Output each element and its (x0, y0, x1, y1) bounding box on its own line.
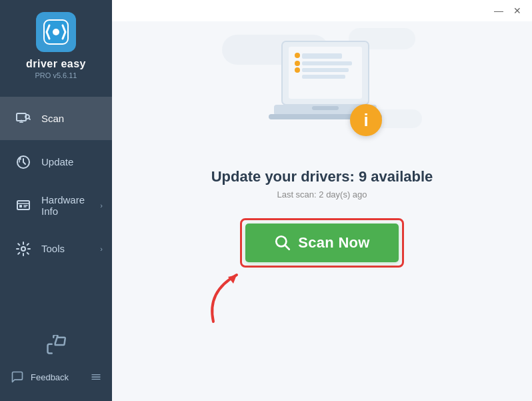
svg-rect-10 (19, 205, 22, 208)
scan-now-label: Scan Now (298, 234, 370, 252)
update-nav-icon (13, 152, 33, 172)
main-headline: Update your drivers: 9 available (211, 168, 433, 185)
svg-point-23 (295, 53, 300, 58)
feedback-icon (11, 370, 24, 384)
scan-button-border: Scan Now (240, 218, 404, 268)
title-bar: — ✕ (112, 0, 532, 21)
sidebar-item-scan-label: Scan (41, 113, 64, 124)
svg-rect-20 (302, 61, 352, 65)
svg-rect-22 (302, 75, 345, 79)
svg-point-24 (295, 61, 300, 66)
scan-now-button[interactable]: Scan Now (245, 224, 399, 262)
illustration-area: i (209, 21, 435, 155)
red-arrow (200, 258, 260, 328)
logo-svg (43, 19, 69, 45)
sidebar-item-tools[interactable]: Tools › (0, 227, 112, 270)
svg-rect-4 (19, 121, 23, 123)
svg-line-6 (29, 118, 30, 119)
tools-chevron-icon: › (100, 245, 103, 253)
close-button[interactable]: ✕ (508, 1, 527, 20)
main-content: i Update your drivers: 9 available Last … (112, 0, 532, 401)
app-name: driver easy (26, 57, 86, 70)
svg-point-25 (295, 67, 300, 73)
sidebar-item-update[interactable]: Update (0, 140, 112, 183)
svg-rect-21 (302, 68, 349, 72)
sidebar: driver easy PRO v5.6.11 Scan (0, 0, 112, 401)
svg-rect-19 (302, 53, 342, 59)
scan-button-wrapper: Scan Now (240, 218, 404, 268)
sidebar-item-scan[interactable]: Scan (0, 97, 112, 140)
hardware-info-chevron-icon: › (100, 202, 103, 210)
main-subheadline: Last scan: 2 day(s) ago (277, 189, 367, 199)
scan-nav-icon (13, 109, 33, 129)
hardware-info-nav-icon (13, 195, 33, 216)
thumbs-up-icon[interactable] (43, 332, 69, 358)
sidebar-item-tools-label: Tools (41, 243, 65, 254)
svg-rect-27 (312, 106, 339, 110)
tools-nav-icon (13, 239, 33, 259)
svg-point-3 (21, 119, 23, 121)
info-badge: i (350, 104, 382, 136)
feedback-row[interactable]: Feedback (0, 364, 112, 390)
minimize-button[interactable]: — (489, 1, 508, 20)
feedback-label: Feedback (31, 372, 69, 382)
svg-point-13 (21, 247, 25, 251)
sidebar-item-hardware-info[interactable]: Hardware Info › (0, 183, 112, 227)
list-icon (91, 372, 101, 382)
svg-line-30 (285, 246, 289, 250)
sidebar-nav: Scan Update (0, 97, 112, 332)
app-version: PRO v5.6.11 (35, 71, 77, 79)
svg-point-1 (53, 29, 59, 35)
sidebar-item-update-label: Update (41, 156, 73, 167)
search-icon (274, 234, 291, 252)
sidebar-item-hardware-label: Hardware Info (41, 194, 99, 217)
app-logo-icon (36, 12, 76, 52)
sidebar-bottom: Feedback (0, 332, 112, 401)
sidebar-logo: driver easy PRO v5.6.11 (0, 0, 112, 90)
svg-rect-2 (17, 113, 26, 121)
